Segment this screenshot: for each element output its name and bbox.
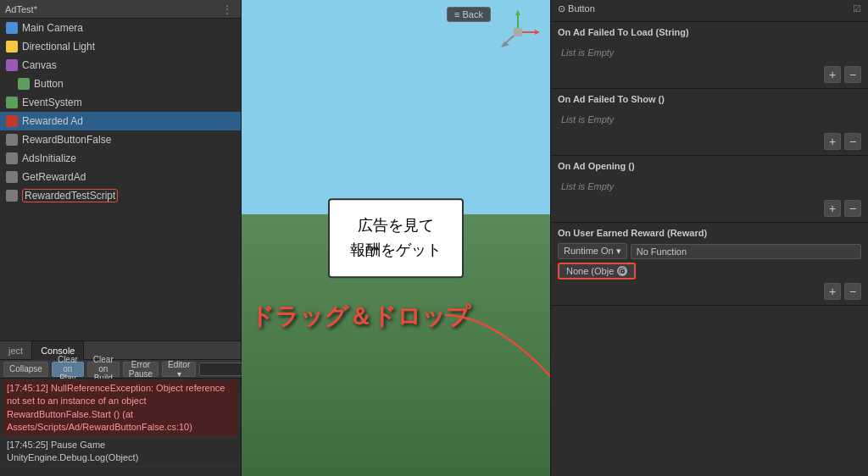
- console-entry-normal[interactable]: [17:45:25] Pause Game UnityEngine.Debug.…: [3, 437, 237, 468]
- inspector-top: ⊙ Button ☑: [551, 0, 868, 22]
- hierarchy-item-main-camera[interactable]: Main Camera: [0, 19, 241, 37]
- button-label: ⊙ Button: [558, 3, 595, 14]
- scene-view[interactable]: ≡ Back 広告を見て報酬をゲット ドラッグ＆ドロップ: [242, 0, 550, 476]
- dir-light-icon: [6, 41, 18, 53]
- event-system-icon: [6, 97, 18, 108]
- none-obj-field[interactable]: None (Obje ⊙: [558, 263, 636, 280]
- hierarchy-item-rewarded-ad[interactable]: Rewarded Ad: [0, 112, 241, 130]
- section-footer-opening: + −: [558, 200, 861, 217]
- list-empty-failed-show: List is Empty: [558, 109, 861, 130]
- section-header-earned: On User Earned Reward (Reward): [558, 228, 861, 238]
- section-footer-failed-show: + −: [558, 133, 861, 150]
- target-icon[interactable]: ⊙: [617, 266, 627, 276]
- svg-marker-5: [501, 42, 509, 47]
- button-label: Button: [34, 78, 64, 90]
- plus-button-earned[interactable]: +: [824, 283, 841, 300]
- minus-button-opening[interactable]: −: [844, 200, 861, 217]
- section-footer-failed-load: + −: [558, 66, 861, 83]
- main-camera-icon: [6, 22, 18, 34]
- dir-light-label: Directional Light: [22, 41, 95, 53]
- hierarchy-item-get-reward-ad[interactable]: GetRewardAd: [0, 168, 241, 186]
- canvas-label: Canvas: [22, 59, 57, 71]
- hierarchy-panel: AdTest* ⋮ Main CameraDirectional LightCa…: [0, 0, 241, 340]
- plus-button-opening[interactable]: +: [824, 200, 841, 217]
- rewarded-ad-label: Rewarded Ad: [22, 115, 83, 127]
- hierarchy-item-button[interactable]: Button: [0, 75, 241, 93]
- minus-button-failed-load[interactable]: −: [844, 66, 861, 83]
- list-empty-opening: List is Empty: [558, 176, 861, 196]
- section-footer-earned: + −: [558, 283, 861, 300]
- hierarchy-title-text: AdTest*: [5, 4, 37, 14]
- event-system-label: EventSystem: [22, 97, 82, 108]
- runtime-dropdown[interactable]: Runtime On ▾: [558, 243, 627, 259]
- right-panel: ⊙ Button ☑ On Ad Failed To Load (String)…: [550, 0, 868, 476]
- get-reward-ad-icon: [6, 171, 18, 183]
- svg-rect-6: [514, 28, 522, 36]
- editor-dropdown[interactable]: Editor ▾: [162, 362, 196, 377]
- plus-button-failed-load[interactable]: +: [824, 66, 841, 83]
- list-empty-failed-load: List is Empty: [558, 42, 861, 63]
- main-camera-label: Main Camera: [22, 22, 83, 34]
- hierarchy-item-event-system[interactable]: EventSystem: [0, 93, 241, 112]
- hierarchy-item-rewarded-test-script[interactable]: RewardedTestScript: [0, 186, 241, 205]
- center-panel: ≡ Back 広告を見て報酬をゲット ドラッグ＆ドロップ: [242, 0, 550, 476]
- left-panel: AdTest* ⋮ Main CameraDirectional LightCa…: [0, 0, 242, 476]
- section-header-failed-show: On Ad Failed To Show (): [558, 94, 861, 104]
- reward-button-false-label: RewardButtonFalse: [22, 134, 111, 146]
- section-header-failed-load: On Ad Failed To Load (String): [558, 27, 861, 37]
- canvas-icon: [6, 59, 18, 71]
- ad-button[interactable]: 広告を見て報酬をゲット: [328, 198, 464, 278]
- minus-button-failed-show[interactable]: −: [844, 133, 861, 150]
- no-function-dropdown[interactable]: No Function: [631, 244, 861, 259]
- runtime-row: Runtime On ▾ No Function: [558, 243, 861, 259]
- hierarchy-header: AdTest* ⋮: [0, 0, 241, 19]
- hierarchy-list: Main CameraDirectional LightCanvasButton…: [0, 19, 241, 340]
- section-header-opening: On Ad Opening (): [558, 161, 861, 171]
- get-reward-ad-label: GetRewardAd: [22, 171, 86, 183]
- console-section: ject Console Collapse Clear on Play Clea…: [0, 340, 241, 476]
- minus-button-earned[interactable]: −: [844, 283, 861, 300]
- svg-marker-3: [535, 30, 540, 35]
- scene-gizmo: [492, 7, 543, 58]
- console-toolbar: Collapse Clear on Play Clear on Build Er…: [0, 360, 241, 379]
- rewarded-test-script-icon: [6, 190, 18, 202]
- drag-arrow: [394, 290, 550, 476]
- hierarchy-item-dir-light[interactable]: Directional Light: [0, 37, 241, 56]
- console-entry-error[interactable]: [17:45:12] NullReferenceException: Objec…: [3, 380, 237, 437]
- ads-initialize-label: AdsInitialize: [22, 152, 76, 164]
- ads-initialize-icon: [6, 152, 18, 164]
- plus-button-failed-show[interactable]: +: [824, 133, 841, 150]
- section-on-ad-failed-show: On Ad Failed To Show () List is Empty + …: [551, 89, 868, 156]
- svg-marker-1: [515, 10, 520, 15]
- console-tabs: ject Console: [0, 341, 241, 360]
- console-content: [17:45:12] NullReferenceException: Objec…: [0, 379, 241, 476]
- reward-button-false-icon: [6, 134, 18, 146]
- clear-on-play-button[interactable]: Clear on Play: [52, 362, 84, 377]
- hierarchy-item-canvas[interactable]: Canvas: [0, 56, 241, 75]
- ui-canvas-area: 広告を見て報酬をゲット: [328, 198, 464, 278]
- button-row: ⊙ Button ☑: [558, 3, 861, 14]
- rewarded-ad-icon: [6, 115, 18, 127]
- none-obje-row: None (Obje ⊙: [558, 263, 861, 280]
- back-button[interactable]: ≡ Back: [447, 7, 491, 22]
- rewarded-test-script-label: RewardedTestScript: [22, 189, 118, 202]
- hierarchy-title: AdTest*: [5, 4, 37, 14]
- clear-on-build-button[interactable]: Clear on Build: [87, 362, 120, 377]
- none-obj-label: None (Obje: [566, 266, 614, 276]
- section-on-ad-opening: On Ad Opening () List is Empty + −: [551, 156, 868, 223]
- section-on-ad-failed-load: On Ad Failed To Load (String) List is Em…: [551, 22, 868, 89]
- hierarchy-item-reward-button-false[interactable]: RewardButtonFalse: [0, 130, 241, 149]
- error-pause-button[interactable]: Error Pause: [123, 362, 159, 377]
- section-on-user-earned: On User Earned Reward (Reward) Runtime O…: [551, 223, 868, 306]
- hierarchy-menu-button[interactable]: ⋮: [219, 3, 236, 15]
- tab-project[interactable]: ject: [0, 341, 32, 360]
- collapse-button[interactable]: Collapse: [3, 362, 48, 377]
- check-icon: ☑: [853, 3, 861, 14]
- button-icon: [18, 78, 30, 90]
- hierarchy-item-ads-initialize[interactable]: AdsInitialize: [0, 149, 241, 168]
